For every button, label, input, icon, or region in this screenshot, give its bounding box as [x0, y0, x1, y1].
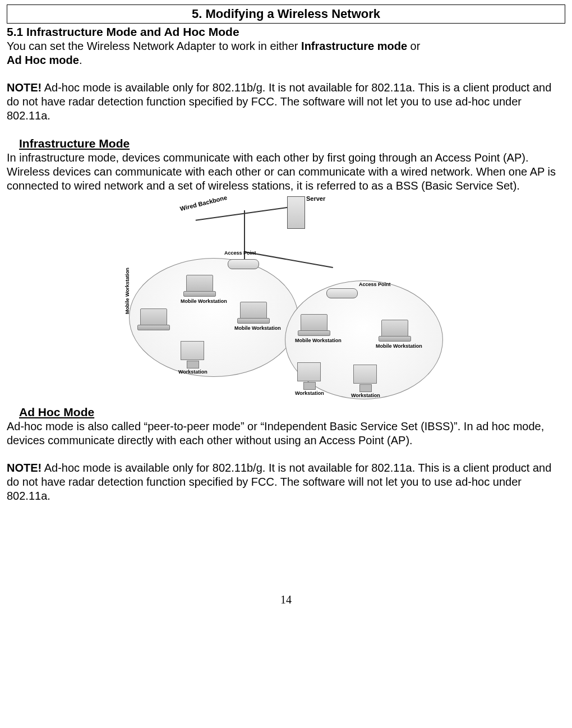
laptop-icon [240, 302, 267, 320]
mobile-ws-3: Mobile Workstation [240, 302, 267, 320]
label-mobile-ws-4: Mobile Workstation [295, 338, 342, 344]
note-paragraph-2: NOTE! Ad-hoc mode is available only for … [7, 461, 565, 503]
chapter-title-box: 5. Modifying a Wireless Network [7, 4, 565, 24]
adhoc-title-row: Ad Hoc Mode [19, 405, 565, 420]
ad-hoc-mode-title: Ad Hoc Mode [19, 406, 94, 418]
label-server: Server [306, 195, 325, 203]
laptop-icon [186, 275, 213, 293]
mobile-ws-2: Mobile Workstation [140, 308, 167, 326]
server-node: Server [287, 196, 305, 229]
note-body-2: Ad-hoc mode is available only for 802.11… [7, 462, 551, 502]
ap-left-icon [228, 259, 259, 269]
label-ws-1: Workstation [178, 369, 207, 375]
label-wired-backbone: Wired Backbone [179, 194, 228, 213]
ap-right-icon [326, 288, 358, 298]
intro-paragraph: You can set the Wireless Network Adapter… [7, 39, 565, 67]
note-label-1: NOTE! [7, 81, 41, 94]
laptop-icon [301, 314, 327, 332]
label-mobile-ws-2: Mobile Workstation [124, 268, 131, 314]
label-ws-2: Workstation [295, 390, 324, 397]
intro-bold-adhoc: Ad Hoc mode [7, 54, 79, 66]
label-ws-3: Workstation [351, 393, 380, 399]
intro-bold-infra: Infrastructure mode [301, 40, 407, 52]
ws-1: Workstation [181, 341, 204, 360]
ws-2: Workstation [297, 362, 321, 381]
mobile-ws-5: Mobile Workstation [381, 320, 408, 338]
laptop-icon [381, 320, 408, 338]
chapter-title: 5. Modifying a Wireless Network [192, 7, 380, 21]
note-label-2: NOTE! [7, 462, 41, 474]
server-icon [287, 196, 305, 229]
laptop-icon [140, 308, 167, 326]
infrastructure-mode-title: Infrastructure Mode [19, 137, 130, 150]
intro-text-c: or [407, 40, 420, 52]
section-5-1-heading: 5.1 Infrastructure Mode and Ad Hoc Mode [7, 25, 565, 39]
infrastructure-diagram: Wired Backbone Server Access Point Mobil… [129, 196, 443, 404]
ws-3: Workstation [353, 365, 377, 384]
label-mobile-ws-3: Mobile Workstation [234, 325, 281, 331]
note-paragraph-1: NOTE! Ad-hoc mode is available only for … [7, 81, 565, 123]
desktop-icon [181, 341, 204, 360]
intro-text-e: . [79, 54, 82, 66]
intro-text-a: You can set the Wireless Network Adapter… [7, 40, 301, 52]
label-ap-right: Access Point [359, 282, 391, 288]
mobile-ws-1: Mobile Workstation [186, 275, 213, 293]
label-mobile-ws-1: Mobile Workstation [181, 298, 227, 305]
desktop-icon [353, 365, 377, 384]
infra-title-row: Infrastructure Mode [19, 136, 565, 151]
label-ap-left: Access Point [224, 250, 256, 256]
note-body-1: Ad-hoc mode is available only for 802.11… [7, 81, 551, 122]
desktop-icon [297, 362, 321, 381]
mobile-ws-4: Mobile Workstation [301, 314, 327, 332]
infra-body: In infrastructure mode, devices communic… [7, 151, 565, 193]
label-mobile-ws-5: Mobile Workstation [376, 343, 422, 349]
adhoc-body: Ad-hoc mode is also called “peer-to-peer… [7, 420, 565, 448]
page-number: 14 [7, 593, 565, 607]
